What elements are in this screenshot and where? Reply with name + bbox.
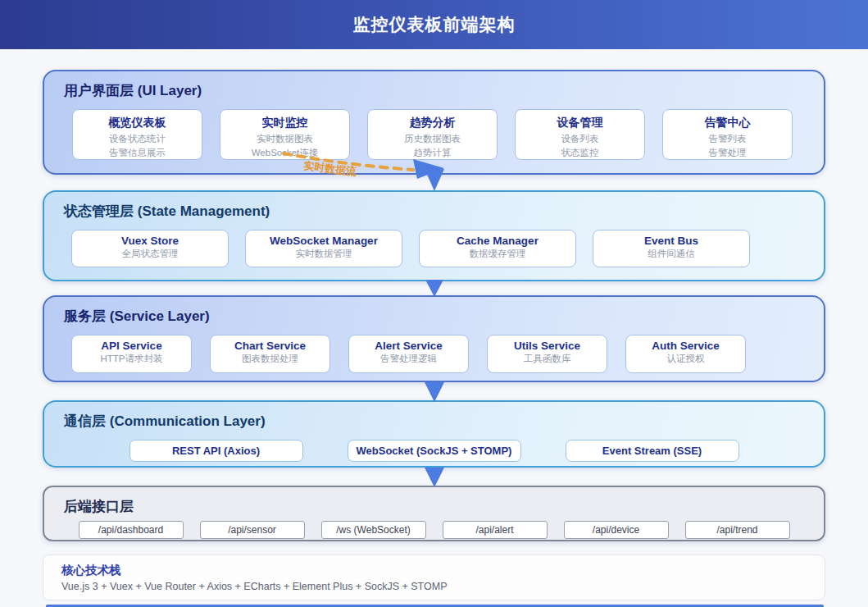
card-row-service: API ServiceHTTP请求封装Chart Service图表数据处理Al… bbox=[44, 335, 824, 373]
arrow-down-icon bbox=[425, 468, 444, 487]
card-row-ui: 概览仪表板设备状态统计告警信息展示实时监控实时数据图表WebSocket连接趋势… bbox=[44, 109, 824, 160]
card-backend-api: /api/device bbox=[564, 521, 669, 539]
card-subtitle: 告警处理 bbox=[663, 146, 792, 160]
card-subtitle: HTTP请求封装 bbox=[72, 352, 191, 366]
layer-title-communication: 通信层 (Communication Layer) bbox=[44, 412, 824, 431]
card-title: Chart Service bbox=[211, 340, 329, 352]
card-backend-api: /api/sensor bbox=[200, 521, 305, 539]
card-state-management: Cache Manager数据缓存管理 bbox=[419, 230, 576, 267]
layer-state-management: 状态管理层 (State Management)Vuex Store全局状态管理… bbox=[43, 190, 825, 281]
card-service: Auth Service认证授权 bbox=[625, 335, 746, 373]
card-row-backend-api: /api/dashboard/api/sensor/ws (WebSocket)… bbox=[44, 521, 824, 539]
card-subtitle: 全局状态管理 bbox=[72, 247, 228, 261]
card-title: API Service bbox=[72, 340, 191, 352]
card-ui: 趋势分析历史数据图表趋势计算 bbox=[367, 109, 498, 160]
arrow-down-icon bbox=[425, 280, 443, 297]
card-title: WebSocket (SockJS + STOMP) bbox=[348, 440, 520, 461]
card-title: /api/alert bbox=[443, 522, 547, 538]
card-subtitle: 数据缓存管理 bbox=[420, 247, 575, 261]
card-subtitle: 工具函数库 bbox=[488, 352, 607, 366]
card-title: Event Bus bbox=[593, 235, 749, 247]
card-subtitle: 实时数据管理 bbox=[246, 247, 402, 261]
page-title: 监控仪表板前端架构 bbox=[353, 13, 516, 36]
layer-service: 服务层 (Service Layer)API ServiceHTTP请求封装Ch… bbox=[43, 295, 825, 382]
card-title: /api/dashboard bbox=[80, 522, 183, 538]
card-title: /api/sensor bbox=[201, 522, 304, 538]
card-state-management: Event Bus组件间通信 bbox=[593, 230, 750, 267]
card-subtitle: 历史数据图表 bbox=[368, 132, 497, 146]
card-subtitle: 告警信息展示 bbox=[73, 146, 202, 160]
card-state-management: WebSocket Manager实时数据管理 bbox=[245, 230, 402, 267]
card-subtitle: 设备列表 bbox=[516, 132, 644, 146]
card-title: 告警中心 bbox=[663, 116, 792, 130]
card-subtitle: 状态监控 bbox=[516, 146, 644, 160]
card-title: REST API (Axios) bbox=[130, 440, 302, 461]
card-service: Alert Service告警处理逻辑 bbox=[348, 335, 469, 373]
page-header: 监控仪表板前端架构 bbox=[0, 0, 868, 49]
card-ui: 告警中心告警列表告警处理 bbox=[662, 109, 793, 160]
card-ui: 实时监控实时数据图表WebSocket连接 bbox=[220, 109, 350, 160]
card-title: 概览仪表板 bbox=[73, 116, 202, 130]
layer-backend-api: 后端接口层/api/dashboard/api/sensor/ws (WebSo… bbox=[43, 486, 825, 541]
card-backend-api: /ws (WebSocket) bbox=[321, 521, 426, 539]
architecture-diagram: 监控仪表板前端架构 用户界面层 (UI Layer)概览仪表板设备状态统计告警信… bbox=[0, 0, 868, 607]
card-title: Utils Service bbox=[488, 340, 607, 352]
card-service: Utils Service工具函数库 bbox=[487, 335, 607, 373]
card-subtitle: WebSocket连接 bbox=[220, 146, 349, 160]
arrow-down-icon bbox=[425, 382, 444, 402]
card-title: Vuex Store bbox=[72, 235, 228, 247]
tech-stack-panel: 核心技术栈 Vue.js 3 + Vuex + Vue Router + Axi… bbox=[43, 555, 825, 600]
layer-title-backend-api: 后端接口层 bbox=[44, 497, 824, 516]
card-title: /ws (WebSocket) bbox=[322, 522, 425, 538]
card-subtitle: 图表数据处理 bbox=[211, 352, 329, 366]
layer-title-state-management: 状态管理层 (State Management) bbox=[44, 202, 824, 221]
card-service: API ServiceHTTP请求封装 bbox=[71, 335, 192, 373]
card-title: Event Stream (SSE) bbox=[566, 440, 738, 461]
card-backend-api: /api/alert bbox=[443, 521, 548, 539]
card-backend-api: /api/trend bbox=[685, 521, 790, 539]
card-subtitle: 实时数据图表 bbox=[220, 132, 349, 146]
card-subtitle: 设备状态统计 bbox=[73, 132, 202, 146]
card-state-management: Vuex Store全局状态管理 bbox=[71, 230, 229, 267]
card-title: /api/trend bbox=[686, 522, 789, 538]
card-subtitle: 告警列表 bbox=[663, 132, 792, 146]
card-title: Alert Service bbox=[349, 340, 468, 352]
card-subtitle: 趋势计算 bbox=[368, 146, 497, 160]
tech-stack-list: Vue.js 3 + Vuex + Vue Router + Axios + E… bbox=[61, 581, 825, 592]
card-ui: 概览仪表板设备状态统计告警信息展示 bbox=[72, 109, 202, 160]
card-title: WebSocket Manager bbox=[246, 235, 402, 247]
card-subtitle: 认证授权 bbox=[626, 352, 745, 366]
card-title: /api/device bbox=[565, 522, 668, 538]
card-ui: 设备管理设备列表状态监控 bbox=[515, 109, 645, 160]
card-service: Chart Service图表数据处理 bbox=[210, 335, 330, 373]
card-row-communication: REST API (Axios)WebSocket (SockJS + STOM… bbox=[44, 440, 824, 462]
card-communication: WebSocket (SockJS + STOMP) bbox=[348, 440, 521, 462]
card-row-state-management: Vuex Store全局状态管理WebSocket Manager实时数据管理C… bbox=[44, 230, 824, 267]
layer-title-ui: 用户界面层 (UI Layer) bbox=[44, 81, 824, 100]
card-backend-api: /api/dashboard bbox=[79, 521, 184, 539]
card-title: 实时监控 bbox=[220, 116, 349, 130]
card-title: Auth Service bbox=[626, 340, 745, 352]
layer-ui: 用户界面层 (UI Layer)概览仪表板设备状态统计告警信息展示实时监控实时数… bbox=[43, 70, 825, 175]
card-title: Cache Manager bbox=[420, 235, 575, 247]
tech-stack-title: 核心技术栈 bbox=[61, 563, 825, 578]
card-subtitle: 组件间通信 bbox=[593, 247, 749, 261]
card-communication: Event Stream (SSE) bbox=[566, 440, 739, 462]
layer-communication: 通信层 (Communication Layer)REST API (Axios… bbox=[43, 400, 825, 468]
card-communication: REST API (Axios) bbox=[130, 440, 303, 462]
layer-title-service: 服务层 (Service Layer) bbox=[44, 307, 824, 326]
card-subtitle: 告警处理逻辑 bbox=[349, 352, 468, 366]
card-title: 设备管理 bbox=[516, 116, 644, 130]
card-title: 趋势分析 bbox=[368, 116, 497, 130]
